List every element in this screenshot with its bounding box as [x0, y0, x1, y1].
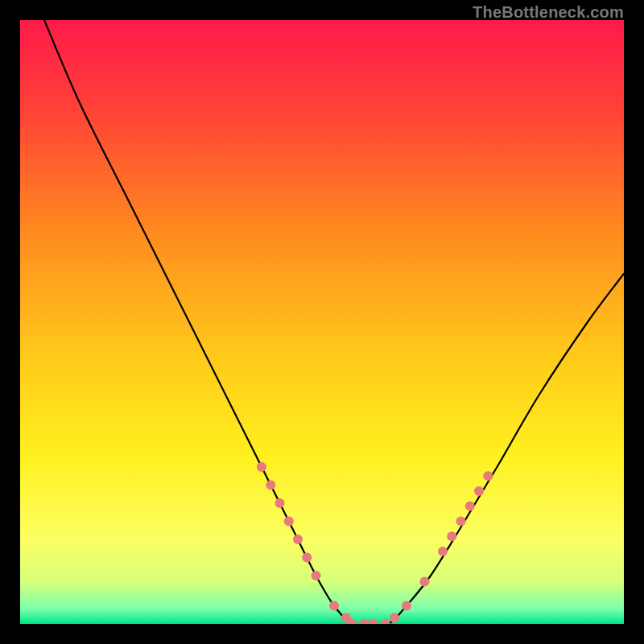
highlight-dot	[257, 462, 266, 472]
highlight-dot	[438, 547, 448, 556]
chart-frame	[20, 20, 624, 624]
watermark-text: TheBottleneck.com	[473, 3, 624, 22]
highlight-dot	[483, 471, 493, 481]
highlight-dot	[266, 481, 275, 490]
highlight-dot	[456, 517, 466, 526]
highlight-dot	[465, 502, 475, 511]
highlight-dot	[474, 486, 484, 496]
highlight-dot	[275, 498, 285, 508]
highlight-dot	[284, 517, 294, 526]
highlight-dot	[390, 613, 399, 623]
bottleneck-chart	[20, 20, 624, 624]
gradient-background	[20, 20, 624, 624]
highlight-dot	[329, 601, 339, 611]
highlight-dot	[302, 553, 312, 563]
highlight-dot	[402, 601, 411, 611]
highlight-dot	[312, 571, 321, 580]
highlight-dot	[447, 531, 456, 541]
highlight-dot	[420, 577, 430, 587]
highlight-dot	[293, 535, 303, 544]
